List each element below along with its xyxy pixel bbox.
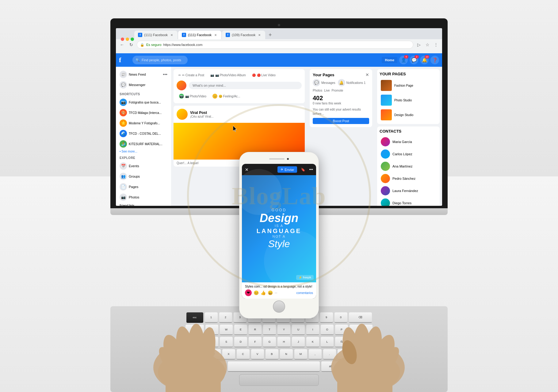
refresh-button[interactable]: ↻ [128,41,135,48]
post-input-row: What's on your mind... [177,81,302,90]
news-feed-icon: 📰 [120,71,127,78]
your-pages-close-icon[interactable]: ✕ [365,72,369,77]
post-text-input[interactable]: What's on your mind... [189,82,302,89]
photos-icon: 📷 [120,194,127,201]
post-actions-bar: ✏ ✏ Create a Post 📷 📷 Photo/Video Album … [177,72,302,78]
sidebar-item-friend-lists[interactable]: Friend lists [118,202,169,206]
shortcut-2-icon: 🎨 [120,109,127,116]
sidebar-item-pages[interactable]: 📄 Pages [118,182,169,192]
back-button[interactable]: ← [118,41,126,48]
messenger-icon: 💬 [120,81,127,89]
notifications-icon[interactable]: 🔔 10 [420,56,429,64]
page-tabs: Photos Live Promote [313,89,369,92]
photo-video-album-button[interactable]: 📷 📷 Photo/Video Album [208,72,248,78]
shortcut-3-icon: ⭐ [120,119,127,127]
tab-close-2[interactable]: ✕ [213,33,218,37]
messages-action-icon: 💬 [313,79,320,86]
views-label: 0 new fans this week [313,102,369,105]
traffic-lights [121,38,134,41]
svg-rect-15 [337,374,392,392]
notifications-action[interactable]: 🔔 Notifications 1 [338,79,366,86]
shortcuts-section-header: SHORTCUTS [118,90,169,97]
shortcut-3-label: Modeme Y Fotógrafo... [129,122,160,125]
friend-requests-icon[interactable]: 👤 5 [399,56,408,64]
photo-video-type-icon: 📷 [179,94,184,99]
page-tab-promote[interactable]: Promote [332,89,343,92]
url-text: https://www.facebook.com [163,43,203,47]
bookmark-star-icon[interactable]: ☆ [424,41,431,48]
sidebar-item-shortcut-3[interactable]: ⭐ Modeme Y Fotógrafo... [118,118,169,128]
live-video-button[interactable]: 🔴 🔴 Live Video [250,72,277,78]
page-tab-photos[interactable]: Photos [313,89,322,92]
page-tab-live[interactable]: Live [324,89,330,92]
tab-1[interactable]: f (111) Facebook ✕ [134,31,178,39]
secure-text: Es seguro [146,43,162,47]
contact-item-1[interactable]: Maria García [380,136,437,148]
your-pages-title: Your Pages [313,73,334,77]
create-post-button[interactable]: ✏ ✏ Create a Post [177,72,206,78]
contact-item-3[interactable]: Ana Martínez [380,160,437,172]
shortcut-4-label: TFCD - COSTAL DEL... [129,132,161,135]
feeling-type-label: 😊 Feeling/Ac... [219,95,240,98]
contact-avatar-1 [381,137,390,146]
photo-video-album-label: 📷 Photo/Video Album [215,74,246,77]
tab-close-1[interactable]: ✕ [170,33,174,37]
fb-logo: f [119,56,130,64]
address-bar[interactable]: 🔒 Es seguro https://www.facebook.com [137,41,413,49]
contact-item-5[interactable]: Laura Fernández [380,185,437,197]
sidebar-item-shortcut-5[interactable]: 🏄 KITESURF MATERIAL... [118,139,169,149]
messages-icon[interactable]: 💬 2 [410,56,418,64]
minimize-traffic-light[interactable] [126,38,129,41]
photo-video-type-button[interactable]: 📷 📷 Photo/Video [177,92,209,100]
see-more-shortcuts-link[interactable]: • See more... [118,149,169,154]
tab-label-1: (111) Facebook [144,33,168,37]
contact-name-5: Laura Fernández [392,189,418,193]
page-item-1[interactable]: Fashion Page [380,79,437,92]
laptop-camera [278,24,280,26]
maximize-traffic-light[interactable] [131,38,134,41]
sidebar-item-shortcut-4[interactable]: 🌊 TFCD - COSTAL DEL... [118,128,169,139]
messages-action[interactable]: 💬 Messages [313,79,335,86]
sidebar-item-news-feed[interactable]: 📰 News Feed ••• [118,69,169,80]
close-traffic-light[interactable] [121,38,124,41]
sidebar-item-shortcut-2[interactable]: 🎨 TFCD Málaga (Interca... [118,107,169,118]
page-item-2[interactable]: Photo Studio [380,93,437,107]
live-video-label: 🔴 Live Video [257,74,276,77]
home-button[interactable]: Home [382,57,397,63]
contact-name-1: Maria García [392,140,412,144]
tab-label-2: (111) Facebook [188,33,212,37]
feeling-type-button[interactable]: 😊 😊 Feeling/Ac... [210,92,243,100]
account-icon[interactable]: ❓ [430,56,439,64]
menu-icon[interactable]: ⋮ [432,41,440,48]
page-item-3[interactable]: Design Studio [380,108,437,122]
tab-close-3[interactable]: ✕ [257,33,262,37]
tab-label-3: (109) Facebook [232,33,255,37]
post-composer: ✏ ✏ Create a Post 📷 📷 Photo/Video Album … [174,69,305,103]
shortcut-4-icon: 🌊 [120,130,127,137]
search-icon: 🔍 [136,58,140,62]
friend-requests-badge: 5 [404,55,408,58]
contact-item-4[interactable]: Pedro Sánchez [380,173,437,184]
watermark: BlogLab [187,104,371,288]
fb-search-bar[interactable]: 🔍 Find people, photos, posts [132,56,188,64]
sidebar-item-groups[interactable]: 👥 Groups [118,171,169,182]
notifications-action-label: Notifications 1 [346,81,366,85]
new-tab-button[interactable]: + [266,31,274,39]
sidebar-item-events[interactable]: 📅 Events [118,161,169,171]
scene: BlogLab [0,0,558,392]
contact-name-4: Pedro Sánchez [392,177,415,180]
contact-item-6[interactable]: Diego Torres [380,197,437,206]
page-thumb-1 [381,80,392,91]
news-feed-more-icon[interactable]: ••• [163,72,167,77]
contact-name-6: Diego Torres [392,201,411,205]
pages-icon: 📄 [120,183,127,190]
sidebar-item-photos[interactable]: 📷 Photos [118,192,169,202]
contact-item-2[interactable]: Carlos López [380,148,437,160]
tab-3[interactable]: f (109) Facebook ✕ [222,31,265,39]
browser-tabs: f (111) Facebook ✕ f (111) Facebook ✕ f … [116,28,442,39]
sidebar-item-shortcut-1[interactable]: 📷 Fotógrafos que busca... [118,97,169,107]
tab-2[interactable]: f (111) Facebook ✕ [178,31,221,39]
views-count: 402 [313,95,369,102]
sidebar-item-messenger[interactable]: 💬 Messenger [118,80,169,90]
contact-avatar-2 [381,149,390,159]
